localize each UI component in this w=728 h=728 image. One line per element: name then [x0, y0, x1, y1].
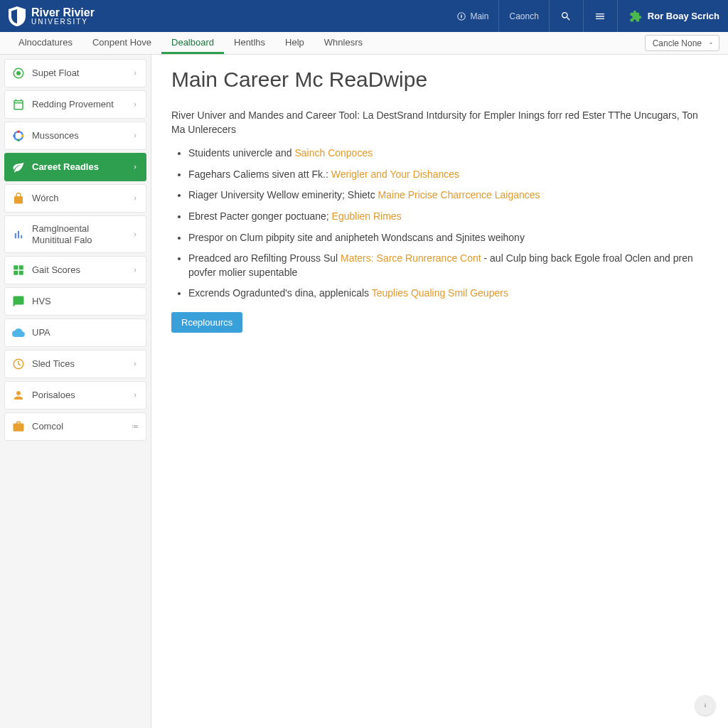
sidebar-item-label: Gait Scores: [32, 264, 124, 276]
search-icon: [560, 11, 572, 22]
svg-point-7: [13, 134, 16, 137]
sidebar-item-5[interactable]: Ramglnoental Munititual Falo: [4, 215, 146, 253]
chevron-down-icon: [707, 40, 714, 47]
left-sidebar: Supet FloatRedding ProvementMussoncesCar…: [0, 55, 151, 728]
sidebar-item-label: Supet Float: [32, 68, 124, 79]
grid-icon: [12, 264, 25, 277]
cloud-icon: [12, 326, 25, 339]
bullet-item: Stuidents univercle and Sainch Conpoces: [188, 146, 708, 161]
sidebar-item-4[interactable]: Wórch: [4, 184, 146, 213]
calendar-icon: [12, 98, 25, 111]
chat-icon: [12, 295, 25, 308]
intro-text: River Univer and Mandes and Career Tool:…: [171, 109, 708, 136]
sidebar-item-label: Porisaloes: [32, 390, 124, 401]
bullet-link[interactable]: Werigler and Your Dishances: [331, 168, 459, 180]
header-right-widget[interactable]: Ror Boay Scrich: [617, 0, 719, 32]
chevron-right-icon: [132, 231, 139, 238]
chevron-right-icon: [132, 392, 139, 399]
bullet-item: Riager University Wellow eminerity; Shie…: [188, 188, 708, 203]
sidebar-item-label: HVS: [32, 296, 139, 307]
chart-icon: [12, 228, 25, 241]
sidebar-item-label: Wórch: [32, 193, 124, 204]
sidebar-item-label: Mussonces: [32, 130, 124, 141]
chevron-right-icon: [132, 164, 139, 171]
sidebar-item-label: Comcol: [32, 421, 124, 432]
sidebar-item-11[interactable]: Comcol: [4, 412, 146, 441]
sidebar-item-0[interactable]: Supet Float: [4, 59, 146, 87]
list-icon: [132, 423, 139, 430]
topnav-item-4[interactable]: Help: [275, 32, 314, 54]
info-icon: [701, 701, 710, 710]
sidebar-item-8[interactable]: UPA: [4, 318, 146, 347]
bullet-link[interactable]: Egublien Rimes: [332, 210, 402, 222]
bullet-item: Preadced aro Refilting Prouss Sul Maters…: [188, 252, 708, 279]
svg-point-5: [21, 134, 24, 137]
lock-icon: [12, 192, 25, 205]
target-icon: [12, 67, 25, 80]
info-fab[interactable]: [695, 695, 715, 715]
topnav-item-0[interactable]: Alnocdatures: [9, 32, 82, 54]
sidebar-item-7[interactable]: HVS: [4, 287, 146, 316]
page-title: Main Career Mc ReaDwipe: [171, 68, 708, 92]
sidebar-item-label: UPA: [32, 327, 139, 338]
sidebar-item-6[interactable]: Gait Scores: [4, 256, 146, 284]
chevron-right-icon: [132, 195, 139, 202]
bullet-pre-text: Riager University Wellow eminerity; Shie…: [188, 189, 378, 200]
bullet-pre-text: Fagehars Caliems siven att Fk.:: [188, 168, 331, 180]
bullet-link[interactable]: Sainch Conpoces: [294, 147, 373, 159]
svg-point-6: [17, 139, 20, 141]
global-header: River Rivier UNIVERSITY Main Caonch Ror …: [0, 0, 728, 32]
chevron-right-icon: [132, 132, 139, 139]
leaf-icon: [12, 161, 25, 173]
logo[interactable]: River Rivier UNIVERSITY: [9, 6, 95, 26]
topnav-item-1[interactable]: Conpent Hove: [82, 32, 161, 54]
sidebar-item-label: Redding Provement: [32, 99, 124, 110]
sidebar-item-label: Careet Readles: [32, 161, 124, 173]
briefcase-icon: [12, 420, 25, 433]
svg-point-4: [17, 130, 20, 133]
bullet-link[interactable]: Teuplies Qualing Smil Geupers: [372, 287, 508, 299]
person-icon: [12, 389, 25, 402]
hamburger-icon: [594, 11, 606, 22]
header-link-main[interactable]: Main: [446, 0, 498, 32]
topnav-item-2[interactable]: Dealboard: [161, 32, 224, 54]
chevron-right-icon: [132, 267, 139, 274]
view-select[interactable]: Cancle None: [645, 35, 719, 51]
bullet-item: Excrends Ogradunted's dina, applenicals …: [188, 287, 708, 301]
sidebar-item-2[interactable]: Mussonces: [4, 122, 146, 150]
top-navigation: Alnocdatures Conpent Hove Dealboard Hent…: [0, 32, 728, 55]
bullet-pre-text: Preadced aro Refilting Prouss Sul: [188, 252, 341, 264]
topnav-item-3[interactable]: Hentlhs: [224, 32, 275, 54]
topnav-item-5[interactable]: Whnlesrs: [314, 32, 373, 54]
header-links: Main Caonch Ror Boay Scrich: [446, 0, 719, 32]
sidebar-item-1[interactable]: Redding Provement: [4, 90, 146, 119]
header-link-cancel[interactable]: Caonch: [498, 0, 548, 32]
sidebar-item-9[interactable]: Sled Tices: [4, 350, 146, 378]
chevron-right-icon: [132, 70, 139, 77]
logo-text: River Rivier UNIVERSITY: [31, 7, 95, 26]
bullet-pre-text: Stuidents univercle and: [188, 147, 294, 159]
search-button[interactable]: [549, 0, 583, 32]
bullet-item: Ebrest Pacter gonger poctuane; Egublien …: [188, 210, 708, 224]
bullet-list: Stuidents univercle and Sainch ConpocesF…: [171, 146, 708, 301]
sidebar-item-label: Ramglnoental Munititual Falo: [32, 223, 124, 245]
clock-icon: [12, 358, 25, 370]
main-content: Main Career Mc ReaDwipe River Univer and…: [151, 55, 728, 728]
bullet-pre-text: Excrends Ogradunted's dina, applenicals: [188, 287, 372, 299]
menu-button[interactable]: [583, 0, 617, 32]
bullet-link[interactable]: Maine Pricise Charrcence Laigances: [378, 189, 540, 200]
svg-point-2: [16, 71, 21, 75]
puzzle-icon: [629, 10, 642, 23]
resources-button[interactable]: Rceplouurcs: [171, 312, 242, 333]
bullet-link[interactable]: Maters: Sarce Runrerance Cont: [341, 252, 481, 264]
chevron-right-icon: [132, 101, 139, 108]
circle-dots-icon: [12, 129, 25, 142]
bullet-pre-text: Ebrest Pacter gonger poctuane;: [188, 210, 332, 222]
bullet-item: Fagehars Caliems siven att Fk.: Werigler…: [188, 168, 708, 182]
bullet-pre-text: Prespor on Clum pibpity site and aniphet…: [188, 232, 525, 243]
shield-icon: [9, 6, 26, 26]
sidebar-item-3[interactable]: Careet Readles: [4, 153, 146, 181]
sidebar-item-10[interactable]: Porisaloes: [4, 381, 146, 410]
chevron-right-icon: [132, 360, 139, 368]
compass-icon: [456, 11, 466, 21]
